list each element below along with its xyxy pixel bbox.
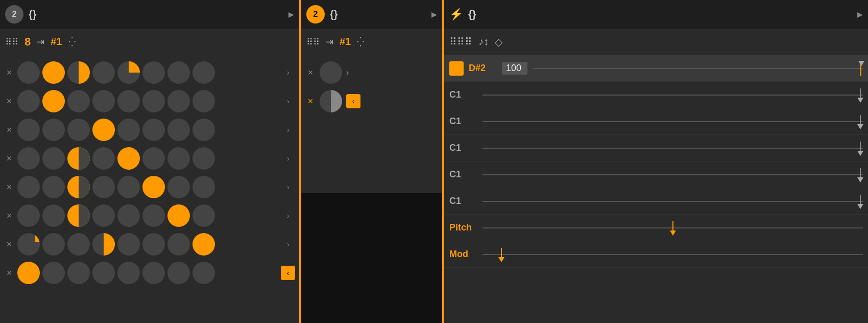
mid-arrow-1[interactable]: › [346,68,354,77]
circle[interactable] [67,176,90,198]
circle[interactable] [42,119,65,141]
note-value-d2[interactable]: 100 [502,62,527,75]
mid-x-2[interactable]: × [305,96,316,107]
row-x-3[interactable]: × [4,125,14,135]
circle[interactable] [192,176,215,198]
circle[interactable] [92,176,115,198]
circle[interactable] [167,233,190,256]
circle[interactable] [167,262,190,284]
note-slider-c1-5[interactable] [483,188,863,214]
mid-grid-icon[interactable]: ⁛ [357,36,364,48]
circle[interactable] [142,61,165,84]
circle[interactable] [117,61,140,84]
note-label-c1-3[interactable]: C1 [449,143,477,153]
circle[interactable] [117,262,140,284]
circle[interactable] [42,176,65,198]
circle[interactable] [117,176,140,198]
circle[interactable] [117,147,140,170]
mid-circle-1[interactable] [320,61,342,84]
circle[interactable] [142,90,165,112]
circle[interactable] [192,119,215,141]
circle[interactable] [17,262,40,284]
mid-icon[interactable]: 2 [306,5,325,24]
mid-play[interactable]: ▶ [431,10,437,18]
circle[interactable] [167,90,190,112]
circle[interactable] [67,119,90,141]
note-label-mod[interactable]: Mod [449,249,477,260]
circle[interactable] [142,262,165,284]
note-slider-c1-1[interactable] [483,82,863,108]
mid-x-1[interactable]: × [305,67,316,78]
mid-dots-icon[interactable]: ⠿⠿ [306,36,320,48]
left-icon[interactable]: 2 [5,5,23,24]
circle[interactable] [92,61,115,84]
circle[interactable] [17,90,40,112]
circle[interactable] [17,61,40,84]
row-arrow-4[interactable]: › [287,154,295,163]
right-play[interactable]: ▶ [857,10,863,18]
row-x-5[interactable]: × [4,182,14,193]
circle[interactable] [117,90,140,112]
mid-hash[interactable]: #1 [340,36,351,48]
circle[interactable] [42,204,65,227]
diamond-icon[interactable]: ◇ [495,36,502,48]
circle[interactable] [92,233,115,256]
circle[interactable] [192,204,215,227]
left-hash[interactable]: #1 [51,36,62,48]
circle[interactable] [67,233,90,256]
right-braces[interactable]: {} [468,9,476,20]
mid-arrow-icon[interactable]: ⇥ [326,36,333,48]
row-x-7[interactable]: × [4,239,14,250]
note-label-c1-1[interactable]: C1 [449,89,477,100]
circle[interactable] [92,90,115,112]
note-slider-c1-4[interactable] [483,161,863,188]
circle[interactable] [67,204,90,227]
circle[interactable] [192,61,215,84]
circle[interactable] [142,176,165,198]
circle[interactable] [167,204,190,227]
circle[interactable] [42,262,65,284]
bars-icon[interactable]: ⠿⠿⠿ [449,36,472,48]
circle[interactable] [92,204,115,227]
row-arrow-3[interactable]: › [287,126,295,134]
circle[interactable] [17,119,40,141]
left-dots-icon[interactable]: ⠿⠿ [5,36,18,48]
mid-back-arrow-2[interactable]: ‹ [346,94,360,108]
circle[interactable] [167,147,190,170]
row-x-6[interactable]: × [4,211,14,221]
left-braces[interactable]: {} [29,9,37,20]
left-play[interactable]: ▶ [288,10,294,18]
note-slider-pitch[interactable] [483,215,863,241]
bolt-icon[interactable]: ⚡ [449,8,463,21]
note-label-pitch[interactable]: Pitch [449,222,477,233]
note-slider-c1-3[interactable] [483,135,863,161]
row-x-2[interactable]: × [4,96,14,107]
mid-braces[interactable]: {} [330,9,338,20]
circle[interactable] [117,233,140,256]
row-arrow-5[interactable]: › [287,183,295,191]
circle[interactable] [142,119,165,141]
circle[interactable] [67,61,90,84]
circle[interactable] [17,233,40,256]
row-back-arrow-8[interactable]: ‹ [281,266,295,280]
circle[interactable] [42,61,65,84]
row-x-1[interactable]: × [4,67,14,78]
circle[interactable] [192,90,215,112]
circle[interactable] [167,119,190,141]
left-number[interactable]: 8 [25,35,31,49]
circle[interactable] [17,176,40,198]
left-grid-icon[interactable]: ⁛ [68,36,76,48]
row-x-4[interactable]: × [4,153,14,164]
note-slider-c1-2[interactable] [483,108,863,134]
note-slider-d2[interactable] [533,55,863,81]
row-arrow-6[interactable]: › [287,212,295,220]
note-slider-mod[interactable] [483,241,863,267]
note-label-c1-2[interactable]: C1 [449,116,477,127]
left-arrow-icon[interactable]: ⇥ [37,36,44,48]
circle[interactable] [92,147,115,170]
circle[interactable] [67,262,90,284]
circle[interactable] [167,176,190,198]
circle[interactable] [117,119,140,141]
note-label-c1-4[interactable]: C1 [449,169,477,180]
circle[interactable] [142,233,165,256]
